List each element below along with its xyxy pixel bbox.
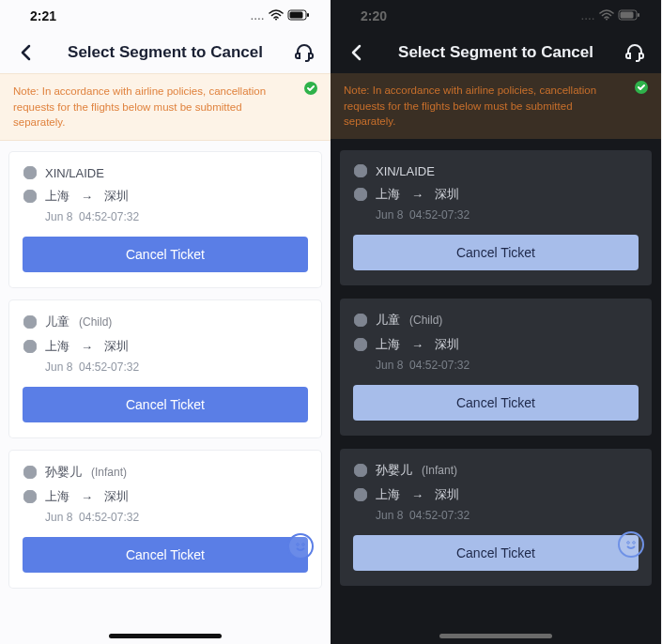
phone-dark-mode: 2:20 .... Select Segment to Cancel Note:… xyxy=(331,0,661,644)
page-title: Select Segment to Cancel xyxy=(377,43,614,62)
back-button[interactable] xyxy=(13,39,39,66)
home-indicator[interactable] xyxy=(109,634,222,638)
segment-card: 孙婴儿 (Infant) 上海 → 深圳 Jun 8 04:52-07:32 C… xyxy=(9,451,321,588)
policy-note-text: Note: In accordance with airline policie… xyxy=(13,85,266,128)
svg-point-5 xyxy=(28,169,33,174)
cancel-ticket-button[interactable]: Cancel Ticket xyxy=(353,385,639,421)
plane-icon xyxy=(353,337,368,352)
cancel-ticket-button[interactable]: Cancel Ticket xyxy=(23,387,308,422)
route-row: 上海 → 深圳 xyxy=(353,186,639,203)
policy-note-text: Note: In accordance with airline policie… xyxy=(344,84,596,127)
status-bar: 2:20 .... xyxy=(331,0,661,32)
passenger-name: 孙婴儿 xyxy=(45,464,82,481)
svg-rect-3 xyxy=(307,13,309,17)
route-from: 上海 xyxy=(45,338,69,355)
svg-point-29 xyxy=(633,542,636,544)
plane-icon xyxy=(353,487,368,502)
person-icon xyxy=(23,314,38,330)
feedback-smile-button[interactable] xyxy=(618,531,644,558)
svg-point-15 xyxy=(606,19,608,21)
cancel-ticket-button[interactable]: Cancel Ticket xyxy=(23,237,308,272)
passenger-row: XIN/LAIDE xyxy=(23,165,308,180)
route-from: 上海 xyxy=(376,336,400,353)
flight-time: 04:52-07:32 xyxy=(79,511,139,524)
route-to: 深圳 xyxy=(435,186,459,203)
route-to: 深圳 xyxy=(435,336,459,353)
flight-date: Jun 8 xyxy=(45,210,72,223)
route-row: 上海 → 深圳 xyxy=(23,338,308,355)
note-check-icon xyxy=(302,80,319,97)
cancel-ticket-button[interactable]: Cancel Ticket xyxy=(353,235,639,270)
svg-point-11 xyxy=(28,468,33,473)
cancel-button-label: Cancel Ticket xyxy=(126,397,205,412)
svg-point-13 xyxy=(297,544,300,546)
passenger-row: 孙婴儿 (Infant) xyxy=(23,464,308,481)
route-to: 深圳 xyxy=(104,338,129,355)
flight-date: Jun 8 xyxy=(45,511,72,524)
home-indicator[interactable] xyxy=(439,634,552,638)
cancel-ticket-button[interactable]: Cancel Ticket xyxy=(353,535,639,571)
datetime-row: Jun 8 04:52-07:32 xyxy=(353,359,639,372)
svg-point-26 xyxy=(359,467,363,471)
nav-bar: Select Segment to Cancel xyxy=(331,32,661,73)
status-time: 2:20 xyxy=(361,8,387,23)
support-headset-button[interactable] xyxy=(291,39,317,66)
nav-bar: Select Segment to Cancel xyxy=(0,32,331,73)
wifi-icon xyxy=(269,8,284,23)
route-row: 上海 → 深圳 xyxy=(353,486,639,503)
passenger-name: 儿童 xyxy=(45,314,69,330)
datetime-row: Jun 8 04:52-07:32 xyxy=(353,208,639,222)
segment-card: 儿童 (Child) 上海 → 深圳 Jun 8 04:52-07:32 Can… xyxy=(340,299,652,436)
signal-dots-icon: .... xyxy=(251,11,265,22)
passenger-name: 儿童 xyxy=(376,312,400,329)
person-icon xyxy=(353,163,368,178)
feedback-smile-button[interactable] xyxy=(287,533,314,560)
signal-dots-icon: .... xyxy=(581,11,595,22)
route-to: 深圳 xyxy=(104,188,129,205)
passenger-name: XIN/LAIDE xyxy=(45,166,104,180)
wifi-icon xyxy=(599,8,614,23)
plane-icon xyxy=(353,187,368,202)
arrow-right-icon: → xyxy=(411,488,423,502)
cancel-button-label: Cancel Ticket xyxy=(456,245,535,260)
plane-icon xyxy=(23,489,38,504)
svg-point-0 xyxy=(275,19,277,21)
status-time: 2:21 xyxy=(30,8,56,23)
passenger-type: (Infant) xyxy=(422,464,457,477)
battery-icon xyxy=(287,8,310,23)
back-button[interactable] xyxy=(344,39,370,66)
route-to: 深圳 xyxy=(104,488,129,505)
flight-time: 04:52-07:32 xyxy=(79,210,139,223)
support-headset-button[interactable] xyxy=(622,39,648,66)
svg-point-23 xyxy=(359,316,363,321)
svg-point-14 xyxy=(302,544,305,546)
arrow-right-icon: → xyxy=(81,490,93,504)
flight-time: 04:52-07:32 xyxy=(409,208,470,222)
route-row: 上海 → 深圳 xyxy=(23,188,308,205)
svg-rect-18 xyxy=(638,13,639,17)
segment-list: XIN/LAIDE 上海 → 深圳 Jun 8 04:52-07:32 Canc… xyxy=(0,141,331,625)
status-icons: .... xyxy=(251,8,310,23)
status-bar: 2:21 .... xyxy=(0,0,331,32)
segment-card: 孙婴儿 (Infant) 上海 → 深圳 Jun 8 04:52-07:32 C… xyxy=(340,449,652,586)
flight-date: Jun 8 xyxy=(376,208,403,222)
cancel-ticket-button[interactable]: Cancel Ticket xyxy=(23,537,308,573)
person-icon xyxy=(23,165,38,180)
route-from: 上海 xyxy=(376,486,400,503)
datetime-row: Jun 8 04:52-07:32 xyxy=(23,360,308,374)
datetime-row: Jun 8 04:52-07:32 xyxy=(353,509,639,522)
svg-point-8 xyxy=(28,318,33,323)
person-icon xyxy=(353,463,368,478)
cancel-button-label: Cancel Ticket xyxy=(456,545,535,560)
passenger-type: (Infant) xyxy=(91,466,127,479)
passenger-type: (Child) xyxy=(409,314,442,327)
route-row: 上海 → 深圳 xyxy=(353,336,639,353)
passenger-name: 孙婴儿 xyxy=(376,462,412,479)
svg-rect-2 xyxy=(290,12,303,19)
person-icon xyxy=(23,465,38,480)
flight-time: 04:52-07:32 xyxy=(79,360,139,374)
cancel-button-label: Cancel Ticket xyxy=(456,395,535,410)
note-check-icon xyxy=(633,79,650,96)
segment-list: XIN/LAIDE 上海 → 深圳 Jun 8 04:52-07:32 Canc… xyxy=(331,139,661,623)
arrow-right-icon: → xyxy=(81,190,93,204)
